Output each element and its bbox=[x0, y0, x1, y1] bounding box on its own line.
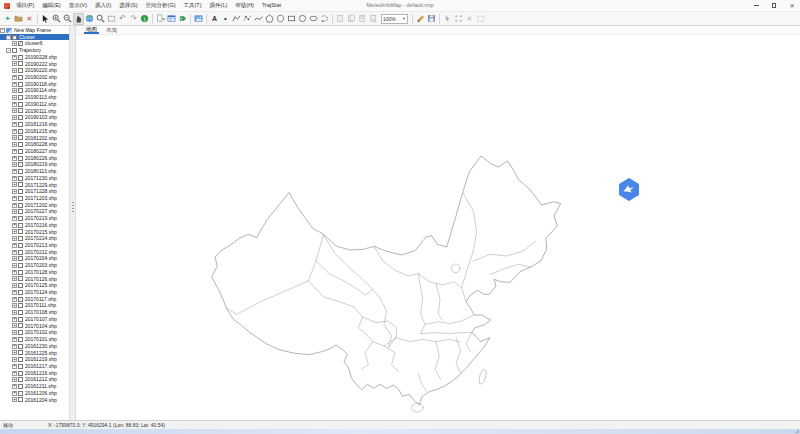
layer-checkbox[interactable] bbox=[18, 162, 23, 167]
text-icon[interactable]: A bbox=[209, 13, 220, 25]
layer-checkbox[interactable] bbox=[18, 176, 23, 181]
layer-checkbox[interactable] bbox=[18, 209, 23, 214]
menu-item[interactable]: TrajStat bbox=[259, 0, 284, 11]
layer-item[interactable]: + 20170213.shp bbox=[0, 242, 69, 249]
expand-icon[interactable]: + bbox=[12, 297, 17, 302]
layer-checkbox[interactable] bbox=[18, 223, 23, 228]
expand-icon[interactable]: + bbox=[12, 229, 17, 234]
layer-checkbox[interactable] bbox=[18, 68, 23, 73]
menu-item[interactable]: 编辑(E) bbox=[39, 0, 63, 11]
expand-icon[interactable]: + bbox=[12, 135, 17, 140]
add-icon[interactable]: + bbox=[2, 13, 13, 25]
expand-icon[interactable]: + bbox=[12, 108, 17, 113]
expand-icon[interactable]: + bbox=[12, 337, 17, 342]
layer-checkbox[interactable] bbox=[18, 216, 23, 221]
layer-item[interactable]: + 20170214.shp bbox=[0, 235, 69, 242]
layer-item[interactable]: + 20181202.shp bbox=[0, 135, 69, 142]
layer-item[interactable]: + 20180227.shp bbox=[0, 148, 69, 155]
layer-checkbox[interactable] bbox=[18, 317, 23, 322]
expand-icon[interactable]: + bbox=[12, 256, 17, 261]
layer-item[interactable]: + 20170203.shp bbox=[0, 262, 69, 269]
layer-checkbox[interactable] bbox=[18, 88, 23, 93]
menu-item[interactable]: 空间分析(G) bbox=[143, 0, 179, 11]
layer-item[interactable]: + 20190118.shp bbox=[0, 81, 69, 88]
panel-splitter[interactable] bbox=[69, 26, 76, 420]
freehand-polygon-icon[interactable] bbox=[319, 13, 330, 25]
expand-icon[interactable]: + bbox=[12, 102, 17, 107]
layer-checkbox[interactable] bbox=[18, 102, 23, 107]
point-icon[interactable]: • bbox=[220, 13, 231, 25]
close-project-icon[interactable]: ✕ bbox=[24, 13, 35, 25]
layer-checkbox[interactable] bbox=[18, 229, 23, 234]
layer-item[interactable]: + 20170227.shp bbox=[0, 208, 69, 215]
layer-checkbox[interactable] bbox=[18, 203, 23, 208]
layer-checkbox[interactable] bbox=[18, 397, 23, 402]
layer-checkbox[interactable] bbox=[18, 256, 23, 261]
layer-item[interactable]: + 20170107.shp bbox=[0, 316, 69, 323]
layer-item[interactable]: + 20161211.shp bbox=[0, 383, 69, 390]
layer-checkbox[interactable] bbox=[18, 196, 23, 201]
layer-checkbox[interactable] bbox=[18, 61, 23, 66]
layer-checkbox[interactable] bbox=[18, 75, 23, 80]
layer-item[interactable]: + 20190103.shp bbox=[0, 114, 69, 121]
expand-icon[interactable]: + bbox=[12, 236, 17, 241]
layer-checkbox[interactable] bbox=[18, 371, 23, 376]
layer-item[interactable]: + 20190202.shp bbox=[0, 74, 69, 81]
expand-icon[interactable]: + bbox=[12, 344, 17, 349]
export-feature-icon[interactable] bbox=[368, 13, 379, 25]
label-icon[interactable] bbox=[177, 13, 188, 25]
expand-icon[interactable]: + bbox=[12, 243, 17, 248]
layer-item[interactable]: + 20190112.shp bbox=[0, 101, 69, 108]
layer-item[interactable]: + 20170117.shp bbox=[0, 296, 69, 303]
collapse-icon[interactable]: − bbox=[0, 28, 5, 33]
layer-checkbox[interactable] bbox=[18, 270, 23, 275]
layer-checkbox[interactable] bbox=[18, 377, 23, 382]
layer-checkbox[interactable] bbox=[18, 290, 23, 295]
select-rectangle-icon[interactable] bbox=[475, 13, 486, 25]
layer-checkbox[interactable] bbox=[18, 169, 23, 174]
map-canvas[interactable] bbox=[76, 35, 800, 420]
layer-checkbox[interactable] bbox=[18, 283, 23, 288]
layer-item[interactable]: + 20170124.shp bbox=[0, 289, 69, 296]
expand-icon[interactable]: + bbox=[12, 203, 17, 208]
expand-icon[interactable]: + bbox=[12, 196, 17, 201]
zoom-window-icon[interactable] bbox=[106, 13, 117, 25]
layer-checkbox[interactable] bbox=[18, 391, 23, 396]
expand-icon[interactable]: + bbox=[12, 115, 17, 120]
close-icon[interactable]: ✕ bbox=[788, 2, 796, 10]
layer-checkbox[interactable] bbox=[18, 243, 23, 248]
delete-feature-icon[interactable]: ✕ bbox=[464, 13, 475, 25]
layer-checkbox[interactable] bbox=[18, 135, 23, 140]
expand-icon[interactable]: + bbox=[12, 142, 17, 147]
layer-item[interactable]: + 20171228.shp bbox=[0, 188, 69, 195]
layer-checkbox[interactable] bbox=[18, 129, 23, 134]
expand-icon[interactable]: + bbox=[12, 209, 17, 214]
layer-checkbox[interactable] bbox=[18, 350, 23, 355]
layer-item[interactable]: + 20190228.shp bbox=[0, 54, 69, 61]
layer-item[interactable]: + 20170102.shp bbox=[0, 329, 69, 336]
layer-item[interactable]: + 20190222.shp bbox=[0, 61, 69, 68]
layer-item[interactable]: + 20161225.shp bbox=[0, 350, 69, 357]
layer-item[interactable]: + 20180219.shp bbox=[0, 161, 69, 168]
menu-item[interactable]: 选择(S) bbox=[116, 0, 140, 11]
layer-checkbox[interactable] bbox=[18, 384, 23, 389]
map-frame-node[interactable]: − New Map Frame bbox=[0, 27, 69, 34]
layer-checkbox[interactable] bbox=[18, 303, 23, 308]
layer-checkbox[interactable] bbox=[18, 189, 23, 194]
layer-checkbox[interactable] bbox=[12, 35, 17, 40]
layer-checkbox[interactable] bbox=[18, 364, 23, 369]
expand-icon[interactable]: + bbox=[12, 189, 17, 194]
layer-item[interactable]: + 20190220.shp bbox=[0, 67, 69, 74]
expand-icon[interactable]: + bbox=[12, 82, 17, 87]
input-assistant-badge[interactable] bbox=[617, 178, 641, 201]
tab-map[interactable]: 地图 bbox=[84, 26, 99, 34]
expand-icon[interactable]: + bbox=[12, 310, 17, 315]
layer-checkbox[interactable] bbox=[18, 337, 23, 342]
tab-layout[interactable]: 布局 bbox=[104, 26, 119, 34]
layer-item[interactable]: + 20170101.shp bbox=[0, 336, 69, 343]
layer-checkbox[interactable] bbox=[18, 330, 23, 335]
closed-curve-icon[interactable] bbox=[275, 13, 286, 25]
layer-item[interactable]: + 20170204.shp bbox=[0, 255, 69, 262]
edit-cursor-icon[interactable] bbox=[442, 13, 453, 25]
zoom-in-icon[interactable] bbox=[51, 13, 62, 25]
